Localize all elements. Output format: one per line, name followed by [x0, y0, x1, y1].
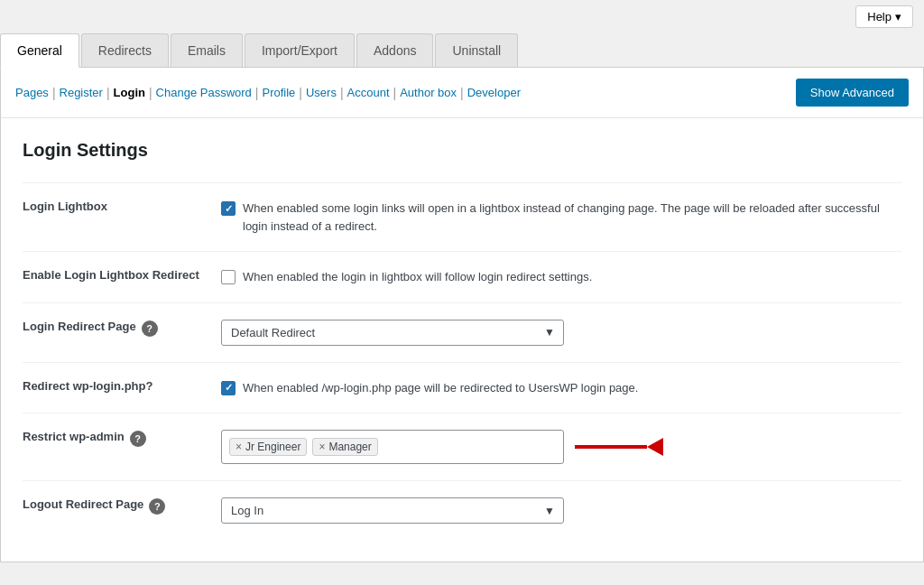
nav-separator: | — [252, 86, 263, 100]
tab-addons[interactable]: Addons — [356, 33, 433, 67]
tab-emails[interactable]: Emails — [171, 33, 243, 67]
settings-row-enable-login-lightbox-redirect: Enable Login Lightbox RedirectWhen enabl… — [23, 252, 901, 303]
tag-label: Jr Engineer — [245, 441, 300, 453]
settings-row-redirect-wp-login: Redirect wp-login.php?When enabled /wp-l… — [23, 362, 901, 413]
sub-nav-link-register[interactable]: Register — [60, 86, 103, 99]
select-logout-redirect-page[interactable]: Log InHomeDashboardCustom URL — [221, 497, 564, 524]
sub-nav: Pages|Register|Login|Change Password|Pro… — [1, 68, 923, 118]
setting-value-login-redirect-page: Default RedirectHomeDashboardCustom URL▼ — [221, 302, 901, 362]
nav-separator: | — [337, 86, 347, 100]
setting-label-logout-redirect-page: Logout Redirect Page — [23, 497, 143, 511]
tab-import-export[interactable]: Import/Export — [245, 33, 355, 67]
arrow-annotation — [575, 438, 663, 456]
tag-item: ×Manager — [312, 438, 377, 456]
tab-redirects[interactable]: Redirects — [81, 33, 169, 67]
settings-row-login-redirect-page: Login Redirect Page?Default RedirectHome… — [23, 302, 901, 362]
sub-nav-links: Pages|Register|Login|Change Password|Pro… — [15, 86, 521, 100]
show-advanced-button[interactable]: Show Advanced — [796, 79, 909, 107]
settings-row-restrict-wp-admin: Restrict wp-admin?×Jr Engineer×Manager — [23, 413, 901, 481]
settings-row-logout-redirect-page: Logout Redirect Page?Log InHomeDashboard… — [23, 481, 901, 541]
help-button[interactable]: Help ▾ — [855, 5, 913, 28]
nav-separator: | — [390, 86, 401, 100]
help-arrow: ▾ — [895, 10, 901, 23]
setting-value-restrict-wp-admin: ×Jr Engineer×Manager — [221, 413, 901, 481]
tag-remove-button[interactable]: × — [236, 441, 242, 453]
help-icon-login-redirect-page[interactable]: ? — [142, 320, 158, 337]
help-icon-restrict-wp-admin[interactable]: ? — [130, 431, 146, 447]
page-wrapper: Help ▾ GeneralRedirectsEmailsImport/Expo… — [0, 0, 924, 585]
sub-nav-link-author-box[interactable]: Author box — [400, 86, 457, 99]
checkbox-redirect-wp-login[interactable] — [221, 381, 236, 395]
tag-label: Manager — [328, 441, 371, 453]
checkbox-enable-login-lightbox-redirect[interactable] — [221, 270, 236, 284]
sub-nav-link-profile[interactable]: Profile — [262, 86, 295, 99]
tags-input-restrict-wp-admin[interactable]: ×Jr Engineer×Manager — [221, 430, 564, 464]
top-bar: Help ▾ — [0, 0, 924, 33]
description-login-lightbox: When enabled some login links will open … — [243, 200, 891, 235]
tabs-bar: GeneralRedirectsEmailsImport/ExportAddon… — [0, 33, 924, 68]
setting-value-enable-login-lightbox-redirect: When enabled the login in lightbox will … — [221, 252, 901, 303]
settings-content: Login Settings Login LightboxWhen enable… — [1, 118, 923, 562]
select-login-redirect-page[interactable]: Default RedirectHomeDashboardCustom URL — [221, 320, 564, 346]
tab-general[interactable]: General — [0, 33, 79, 68]
arrow-line — [575, 445, 647, 449]
help-label: Help — [867, 10, 892, 23]
tag-item: ×Jr Engineer — [229, 438, 307, 456]
setting-value-redirect-wp-login: When enabled /wp-login.php page will be … — [221, 362, 901, 413]
sub-nav-link-login: Login — [114, 86, 145, 99]
sub-nav-link-users[interactable]: Users — [306, 86, 337, 99]
setting-label-redirect-wp-login: Redirect wp-login.php? — [23, 379, 152, 393]
tab-uninstall[interactable]: Uninstall — [435, 33, 518, 67]
description-enable-login-lightbox-redirect: When enabled the login in lightbox will … — [243, 268, 592, 286]
sub-nav-link-change-password[interactable]: Change Password — [156, 86, 252, 99]
sub-nav-link-pages[interactable]: Pages — [15, 86, 49, 99]
page-title: Login Settings — [23, 140, 901, 161]
settings-row-login-lightbox: Login LightboxWhen enabled some login li… — [23, 183, 901, 252]
nav-separator: | — [295, 86, 306, 100]
nav-separator: | — [103, 86, 114, 100]
setting-label-login-redirect-page: Login Redirect Page — [23, 320, 136, 333]
main-content: Pages|Register|Login|Change Password|Pro… — [0, 68, 924, 562]
checkbox-login-lightbox[interactable] — [221, 201, 236, 216]
arrow-head — [647, 438, 663, 456]
setting-label-restrict-wp-admin: Restrict wp-admin — [23, 430, 125, 443]
sub-nav-link-account[interactable]: Account — [347, 86, 390, 99]
settings-table: Login LightboxWhen enabled some login li… — [23, 182, 901, 540]
tag-remove-button[interactable]: × — [319, 441, 325, 453]
nav-separator: | — [457, 86, 467, 100]
setting-value-login-lightbox: When enabled some login links will open … — [221, 183, 901, 252]
sub-nav-link-developer[interactable]: Developer — [467, 86, 521, 99]
setting-value-logout-redirect-page: Log InHomeDashboardCustom URL▼ — [221, 481, 901, 541]
nav-separator: | — [145, 86, 156, 100]
help-icon-logout-redirect-page[interactable]: ? — [149, 498, 165, 515]
description-redirect-wp-login: When enabled /wp-login.php page will be … — [243, 379, 638, 397]
nav-separator: | — [49, 86, 60, 100]
setting-label-login-lightbox: Login Lightbox — [23, 200, 107, 213]
setting-label-enable-login-lightbox-redirect: Enable Login Lightbox Redirect — [23, 268, 199, 282]
